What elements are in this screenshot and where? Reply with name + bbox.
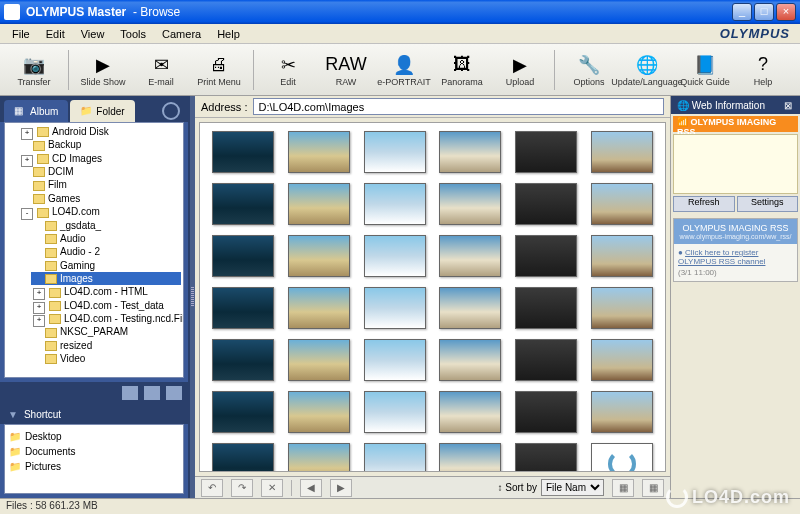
- thumbnail[interactable]: [364, 235, 426, 277]
- delete-thumb-icon[interactable]: ✕: [261, 479, 283, 497]
- tree-node[interactable]: LO4D.com: [19, 205, 181, 218]
- tree-node[interactable]: Video: [31, 352, 181, 365]
- tool-edit[interactable]: ✂Edit: [260, 47, 316, 93]
- delete-icon[interactable]: [166, 386, 182, 400]
- thumbnail[interactable]: [439, 391, 501, 433]
- thumbnail[interactable]: [364, 183, 426, 225]
- thumbnail[interactable]: [212, 391, 274, 433]
- menu-help[interactable]: Help: [209, 26, 248, 42]
- tool-e-mail[interactable]: ✉E-mail: [133, 47, 189, 93]
- thumbnail[interactable]: [591, 443, 653, 472]
- tree-node[interactable]: LO4D.com - Test_data: [31, 299, 181, 312]
- tab-album[interactable]: ▦Album: [4, 100, 68, 122]
- thumbnail[interactable]: [364, 391, 426, 433]
- thumbnail[interactable]: [439, 183, 501, 225]
- shortcut-documents[interactable]: Documents: [9, 444, 179, 459]
- tree-node[interactable]: Audio - 2: [31, 245, 181, 258]
- tree-node[interactable]: DCIM: [19, 165, 181, 178]
- address-input[interactable]: [253, 98, 664, 115]
- tool-raw[interactable]: RAWRAW: [318, 47, 374, 93]
- thumbnail[interactable]: [591, 287, 653, 329]
- tool-e-portrait[interactable]: 👤e-PORTRAIT: [376, 47, 432, 93]
- tree-node[interactable]: Games: [19, 192, 181, 205]
- tree-node[interactable]: resized: [31, 339, 181, 352]
- tool-panorama[interactable]: 🖼Panorama: [434, 47, 490, 93]
- tree-node[interactable]: Audio: [31, 232, 181, 245]
- copy-icon[interactable]: [144, 386, 160, 400]
- tool-slide-show[interactable]: ▶Slide Show: [75, 47, 131, 93]
- thumbnail[interactable]: [439, 339, 501, 381]
- thumbnail[interactable]: [515, 183, 577, 225]
- view-small-icon[interactable]: ▦: [612, 479, 634, 497]
- next-icon[interactable]: ▶: [330, 479, 352, 497]
- thumbnail[interactable]: [212, 183, 274, 225]
- thumbnail[interactable]: [591, 131, 653, 173]
- thumbnail[interactable]: [212, 339, 274, 381]
- rotate-right-icon[interactable]: ↷: [231, 479, 253, 497]
- thumbnail[interactable]: [515, 235, 577, 277]
- thumbnail[interactable]: [439, 443, 501, 472]
- tree-node[interactable]: LO4D.com - HTML: [31, 285, 181, 298]
- thumbnail[interactable]: [591, 235, 653, 277]
- clock-icon[interactable]: [162, 102, 180, 120]
- rss-register-link[interactable]: Click here to register OLYMPUS RSS chann…: [678, 248, 765, 266]
- menu-camera[interactable]: Camera: [154, 26, 209, 42]
- thumbnail[interactable]: [515, 131, 577, 173]
- thumbnail[interactable]: [212, 287, 274, 329]
- shortcut-pictures[interactable]: Pictures: [9, 459, 179, 474]
- menu-tools[interactable]: Tools: [112, 26, 154, 42]
- tool-options[interactable]: 🔧Options: [561, 47, 617, 93]
- thumbnail[interactable]: [288, 391, 350, 433]
- thumbnail[interactable]: [364, 287, 426, 329]
- tool-quick-guide[interactable]: 📘Quick Guide: [677, 47, 733, 93]
- tree-node[interactable]: CD Images: [19, 152, 181, 165]
- thumbnail[interactable]: [515, 443, 577, 472]
- thumbnail[interactable]: [288, 339, 350, 381]
- tree-node[interactable]: NKSC_PARAM: [31, 325, 181, 338]
- refresh-button[interactable]: Refresh: [673, 196, 735, 212]
- tree-node[interactable]: Film: [19, 178, 181, 191]
- tool-print-menu[interactable]: 🖨Print Menu: [191, 47, 247, 93]
- thumbnail[interactable]: [288, 287, 350, 329]
- thumbnail[interactable]: [439, 235, 501, 277]
- tree-node[interactable]: Images: [31, 272, 181, 285]
- tool-upload[interactable]: ▶Upload: [492, 47, 548, 93]
- shortcut-desktop[interactable]: Desktop: [9, 429, 179, 444]
- tool-transfer[interactable]: 📷Transfer: [6, 47, 62, 93]
- tool-help[interactable]: ?Help: [735, 47, 791, 93]
- thumbnail[interactable]: [212, 443, 274, 472]
- thumbnail[interactable]: [439, 287, 501, 329]
- thumbnail[interactable]: [515, 287, 577, 329]
- menu-file[interactable]: File: [4, 26, 38, 42]
- tree-node[interactable]: Backup: [19, 138, 181, 151]
- thumbnail[interactable]: [288, 443, 350, 472]
- menu-edit[interactable]: Edit: [38, 26, 73, 42]
- tree-node[interactable]: _gsdata_: [31, 219, 181, 232]
- folder-tree[interactable]: Android DiskBackupCD ImagesDCIMFilmGames…: [4, 122, 184, 378]
- thumbnail[interactable]: [591, 339, 653, 381]
- close-pane-icon[interactable]: ⊠: [782, 100, 794, 111]
- thumbnail[interactable]: [364, 443, 426, 472]
- tree-node[interactable]: Android Disk: [19, 125, 181, 138]
- tab-folder[interactable]: 📁Folder: [70, 100, 134, 122]
- shortcut-header[interactable]: ▼Shortcut: [0, 404, 188, 424]
- thumbnail[interactable]: [591, 183, 653, 225]
- tree-node[interactable]: LO4D.com - Testing.ncd.Fil: [31, 312, 181, 325]
- thumbnail[interactable]: [288, 131, 350, 173]
- thumbnail[interactable]: [212, 131, 274, 173]
- thumbnail[interactable]: [515, 391, 577, 433]
- settings-button[interactable]: Settings: [737, 196, 799, 212]
- new-folder-icon[interactable]: [122, 386, 138, 400]
- close-button[interactable]: ×: [776, 3, 796, 21]
- prev-icon[interactable]: ◀: [300, 479, 322, 497]
- thumbnail[interactable]: [364, 339, 426, 381]
- minimize-button[interactable]: _: [732, 3, 752, 21]
- tree-node[interactable]: Gaming: [31, 259, 181, 272]
- thumbnail[interactable]: [591, 391, 653, 433]
- thumbnail[interactable]: [439, 131, 501, 173]
- tool-update-language[interactable]: 🌐Update/Language: [619, 47, 675, 93]
- thumbnail[interactable]: [364, 131, 426, 173]
- sort-select[interactable]: File Nam: [541, 479, 604, 496]
- maximize-button[interactable]: □: [754, 3, 774, 21]
- menu-view[interactable]: View: [73, 26, 113, 42]
